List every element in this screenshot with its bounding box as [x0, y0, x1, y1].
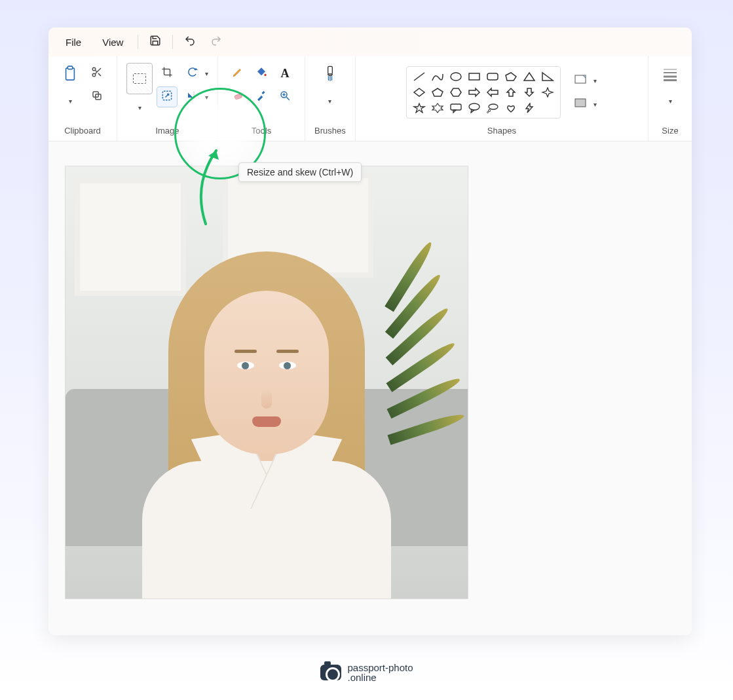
brush-dropdown[interactable]: ▾ — [320, 90, 341, 111]
shape-heart[interactable] — [504, 102, 518, 114]
canvas-area[interactable] — [48, 141, 692, 635]
shape-arrow-up[interactable] — [504, 86, 518, 98]
copy-button[interactable] — [86, 86, 107, 107]
copy-icon — [91, 90, 103, 104]
paste-dropdown[interactable]: ▾ — [60, 90, 81, 111]
shape-polygon[interactable] — [504, 71, 518, 83]
eraser-tool[interactable] — [227, 86, 248, 107]
fill-tool[interactable] — [251, 63, 272, 84]
svg-marker-34 — [525, 88, 533, 96]
chevron-down-icon: ▾ — [138, 104, 141, 111]
ribbon-group-image: ▾ — [117, 56, 218, 141]
undo-button[interactable] — [178, 31, 202, 52]
svg-marker-33 — [507, 88, 515, 96]
shape-thought[interactable] — [485, 102, 500, 114]
svg-marker-39 — [453, 110, 456, 113]
photo-person — [122, 232, 411, 599]
shapes-gallery[interactable] — [406, 66, 561, 119]
brush-icon — [324, 65, 337, 86]
shape-oval[interactable] — [449, 71, 463, 83]
svg-point-42 — [489, 104, 498, 109]
svg-point-3 — [92, 73, 96, 77]
brush-tool[interactable] — [318, 63, 343, 88]
magnifier-icon — [279, 90, 291, 104]
shape-lightning[interactable] — [522, 102, 536, 114]
undo-icon — [183, 35, 197, 49]
shape-five-star[interactable] — [412, 102, 426, 114]
size-button[interactable] — [658, 63, 683, 88]
zoom-tool[interactable] — [274, 86, 295, 107]
shape-callout-oval[interactable] — [467, 102, 481, 114]
svg-marker-29 — [432, 88, 443, 96]
shape-curve[interactable] — [430, 71, 445, 83]
svg-marker-31 — [469, 88, 479, 96]
svg-rect-0 — [66, 68, 75, 80]
pencil-tool[interactable] — [227, 63, 248, 84]
shape-line[interactable] — [412, 71, 426, 83]
save-button[interactable] — [143, 31, 167, 52]
camera-icon — [320, 665, 341, 680]
svg-line-21 — [414, 73, 424, 81]
menu-separator — [138, 35, 138, 49]
cut-button[interactable] — [86, 63, 107, 84]
svg-marker-35 — [542, 88, 553, 97]
shape-fill-button[interactable] — [570, 94, 591, 115]
shape-arrow-down[interactable] — [522, 86, 536, 98]
shape-diamond[interactable] — [412, 86, 426, 98]
svg-marker-28 — [414, 88, 424, 96]
svg-point-13 — [264, 74, 266, 76]
shape-rect[interactable] — [467, 71, 481, 83]
svg-marker-27 — [542, 73, 553, 81]
select-dropdown[interactable]: ▾ — [129, 97, 150, 118]
outline-icon — [574, 75, 586, 86]
resize-button[interactable] — [157, 86, 178, 107]
shape-triangle[interactable] — [522, 71, 536, 83]
shape-arrow-left[interactable] — [485, 86, 500, 98]
ribbon-label-size: Size — [662, 126, 678, 136]
svg-marker-45 — [526, 103, 533, 113]
flip-button[interactable] — [181, 86, 202, 107]
menu-view[interactable]: View — [93, 33, 132, 52]
svg-marker-36 — [414, 103, 424, 113]
rotate-button[interactable] — [181, 63, 202, 84]
ribbon-group-brushes: ▾ Brushes — [305, 56, 356, 141]
redo-button[interactable] — [204, 31, 228, 52]
chevron-down-icon: ▾ — [69, 98, 72, 105]
svg-marker-41 — [471, 109, 474, 113]
redo-icon — [210, 35, 223, 49]
ribbon-group-size: ▾ Size — [648, 56, 692, 141]
menu-file[interactable]: File — [56, 33, 90, 52]
svg-marker-11 — [188, 93, 193, 98]
select-tool[interactable] — [126, 63, 153, 94]
watermark: passport-photo .online — [320, 663, 413, 684]
text-tool[interactable]: A — [274, 63, 295, 84]
shape-six-star[interactable] — [430, 102, 445, 114]
size-dropdown[interactable]: ▾ — [660, 90, 681, 111]
canvas-image[interactable] — [66, 166, 468, 599]
shape-pentagon[interactable] — [430, 86, 445, 98]
size-lines-icon — [662, 67, 678, 84]
crop-button[interactable] — [157, 63, 178, 84]
resize-icon — [160, 89, 174, 105]
shape-round-rect[interactable] — [485, 71, 500, 83]
eraser-icon — [232, 90, 244, 104]
ribbon-label-tools: Tools — [252, 126, 271, 136]
shape-arrow-right[interactable] — [467, 86, 481, 98]
svg-point-2 — [92, 67, 96, 71]
shape-callout-rect[interactable] — [449, 102, 463, 114]
svg-rect-15 — [261, 91, 265, 94]
ribbon-group-clipboard: ▾ Clipboard — [48, 56, 117, 141]
svg-rect-47 — [575, 99, 586, 107]
watermark-line2: .online — [347, 672, 413, 683]
flip-icon — [186, 90, 198, 104]
shape-hexagon[interactable] — [449, 86, 463, 98]
pencil-icon — [232, 66, 244, 81]
svg-rect-14 — [235, 94, 242, 100]
shape-four-star[interactable] — [540, 86, 555, 98]
chevron-down-icon: ▾ — [669, 98, 672, 105]
paste-button[interactable] — [58, 63, 83, 88]
svg-line-6 — [95, 70, 97, 72]
picker-tool[interactable] — [251, 86, 272, 107]
shape-right-triangle[interactable] — [540, 71, 555, 83]
shape-outline-button[interactable] — [570, 70, 591, 91]
